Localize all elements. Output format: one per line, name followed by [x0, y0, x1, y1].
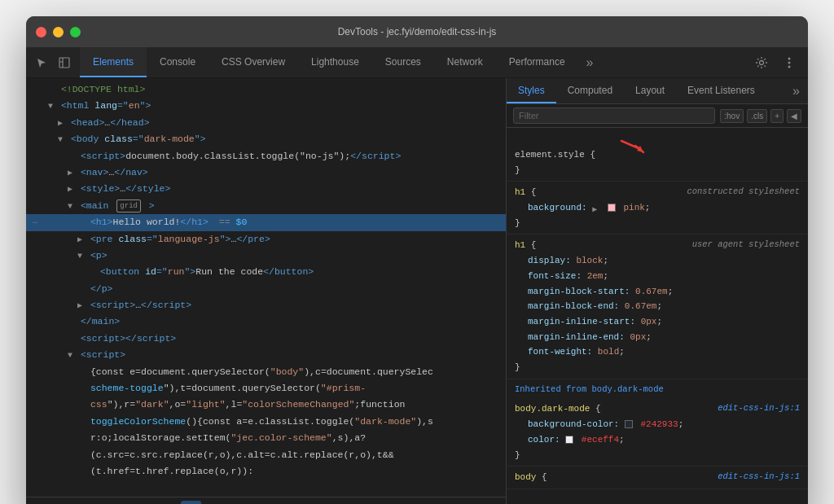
script-content-2: scheme-toggle"),t=document.querySelector…	[26, 380, 506, 397]
tab-layout[interactable]: Layout	[624, 78, 676, 103]
user-agent-source: user agent stylesheet	[692, 238, 800, 252]
svg-point-4	[788, 57, 791, 59]
color-prop: color: #eceff4;	[515, 432, 800, 448]
red-arrow	[617, 134, 650, 163]
color-swatch-light[interactable]	[565, 436, 573, 444]
tab-performance[interactable]: Performance	[496, 47, 578, 77]
script-content-4: toggleColorScheme(){const a=e.classList.…	[26, 414, 506, 430]
body-dark-mode-rule: body.dark-mode { edit-css-in-js:1 backgr…	[507, 398, 808, 467]
grid-badge[interactable]: grid	[116, 199, 141, 213]
triangle-pre[interactable]	[75, 234, 85, 247]
devtools-body: <!DOCTYPE html> <html lang="en"> <head>……	[26, 78, 808, 504]
nav-line[interactable]: <nav>…</nav>	[26, 164, 506, 181]
breadcrumb-h1[interactable]: h1	[181, 501, 201, 504]
tab-css-overview[interactable]: CSS Overview	[208, 47, 298, 77]
triangle-html[interactable]	[46, 100, 55, 113]
settings-icon[interactable]	[751, 52, 772, 73]
margin-inline-start-prop: margin-inline-start: 0px;	[515, 314, 800, 330]
h1-line[interactable]: … <h1>Hello world!</h1> == $0	[26, 214, 506, 230]
main-close-line[interactable]: </main>	[26, 313, 506, 330]
styles-content[interactable]: element.style { } h1 {	[507, 128, 808, 504]
traffic-lights	[36, 27, 81, 37]
styles-tabs: Styles Computed Layout Event Listeners »	[507, 78, 808, 104]
triangle-nav[interactable]	[65, 167, 75, 180]
close-button[interactable]	[36, 27, 46, 37]
tab-sources[interactable]: Sources	[372, 47, 434, 77]
main-line[interactable]: <main grid >	[26, 198, 506, 214]
margin-block-start-prop: margin-block-start: 0.67em;	[515, 284, 800, 300]
styles-filter: :hov .cls + ◀	[507, 104, 808, 128]
tab-console[interactable]: Console	[147, 47, 208, 77]
element-style-selector: element.style {	[515, 134, 800, 163]
inherited-header: Inherited from body.dark-mode	[507, 379, 808, 399]
triangle-body[interactable]	[55, 134, 65, 147]
breadcrumb: html body.dark-mode main h1	[26, 497, 506, 504]
cls-button[interactable]: .cls	[747, 109, 767, 123]
svg-point-3	[760, 60, 764, 64]
script2-line[interactable]: <script>…</script>	[26, 297, 506, 313]
tab-lighthouse[interactable]: Lighthouse	[298, 47, 372, 77]
tab-computed[interactable]: Computed	[556, 78, 624, 103]
p-close-line[interactable]: </p>	[26, 281, 506, 297]
cursor-icon[interactable]	[33, 54, 50, 72]
filter-input[interactable]	[513, 107, 715, 124]
svg-point-5	[788, 61, 791, 64]
expand-arrow[interactable]: ▶	[592, 203, 602, 213]
breadcrumb-body[interactable]: body.dark-mode	[64, 501, 150, 504]
triangle-p[interactable]	[75, 250, 85, 263]
element-style-close: }	[515, 163, 800, 178]
constructed-source: constructed stylesheet	[687, 185, 800, 199]
font-size-prop: font-size: 2em;	[515, 269, 800, 284]
triangle-style[interactable]	[65, 183, 75, 196]
more-style-tabs[interactable]: »	[784, 78, 808, 103]
button-line[interactable]: <button id="run">Run the code</button>	[26, 264, 506, 280]
body-line[interactable]: <body class="dark-mode">	[26, 131, 506, 147]
minimize-button[interactable]	[53, 27, 64, 37]
main-tabs: Elements Console CSS Overview Lighthouse…	[80, 47, 743, 77]
more-tabs-button[interactable]: »	[578, 47, 602, 77]
background-color-prop: background-color: #242933;	[515, 417, 800, 432]
style-line[interactable]: <style>…</style>	[26, 181, 506, 197]
breadcrumb-html[interactable]: html	[33, 501, 64, 504]
tab-elements[interactable]: Elements	[80, 47, 147, 77]
hov-button[interactable]: :hov	[720, 109, 744, 123]
triangle-script4[interactable]	[65, 349, 75, 362]
script4-open-line[interactable]: <script>	[26, 347, 506, 363]
script-content-1: {const e=document.querySelector("body"),…	[26, 364, 506, 380]
more-options-icon[interactable]	[779, 52, 800, 73]
line-dots: …	[33, 215, 37, 228]
script3-line[interactable]: <script></script>	[26, 331, 506, 347]
elements-content[interactable]: <!DOCTYPE html> <html lang="en"> <head>……	[26, 78, 506, 497]
script-content-6: (c.src=c.src.replace(r,o),c.alt=c.alt.re…	[26, 447, 506, 463]
triangle-script2[interactable]	[75, 300, 85, 313]
layout-icon[interactable]	[55, 54, 73, 72]
body-source[interactable]: edit-css-in-js:1	[718, 470, 800, 484]
color-swatch-dark[interactable]	[625, 420, 633, 428]
script-content-7: (t.href=t.href.replace(o,r)):	[26, 463, 506, 480]
head-line[interactable]: <head>…</head>	[26, 115, 506, 131]
triangle-head[interactable]	[55, 117, 65, 130]
script-toggle-line[interactable]: <script>document.body.classList.toggle("…	[26, 148, 506, 164]
tab-styles[interactable]: Styles	[507, 78, 556, 103]
html-open-line[interactable]: <html lang="en">	[26, 98, 506, 114]
tab-network[interactable]: Network	[434, 47, 496, 77]
script-content-5: r:o;localStorage.setItem("jec.color-sche…	[26, 430, 506, 446]
body-rule: body { edit-css-in-js:1	[507, 467, 808, 489]
script-content-3: css"),r="dark",o="light",l="colorSchemeC…	[26, 397, 506, 413]
triangle-main[interactable]	[65, 200, 75, 213]
p-open-line[interactable]: <p>	[26, 248, 506, 264]
devtools-window: DevTools - jec.fyi/demo/edit-css-in-js E…	[26, 16, 808, 504]
title-bar: DevTools - jec.fyi/demo/edit-css-in-js	[26, 16, 808, 47]
tab-event-listeners[interactable]: Event Listeners	[676, 78, 766, 103]
maximize-button[interactable]	[70, 27, 81, 37]
back-arrow-button[interactable]: ◀	[787, 109, 801, 123]
add-style-button[interactable]: +	[770, 109, 784, 123]
doctype-line: <!DOCTYPE html>	[26, 81, 506, 98]
filter-buttons: :hov .cls + ◀	[720, 109, 801, 123]
element-style-rule: element.style { }	[507, 131, 808, 182]
dark-mode-source[interactable]: edit-css-in-js:1	[718, 401, 800, 416]
breadcrumb-main[interactable]: main	[149, 501, 181, 504]
color-swatch-pink[interactable]	[608, 204, 616, 212]
svg-rect-0	[59, 58, 69, 68]
pre-line[interactable]: <pre class="language-js">…</pre>	[26, 231, 506, 248]
